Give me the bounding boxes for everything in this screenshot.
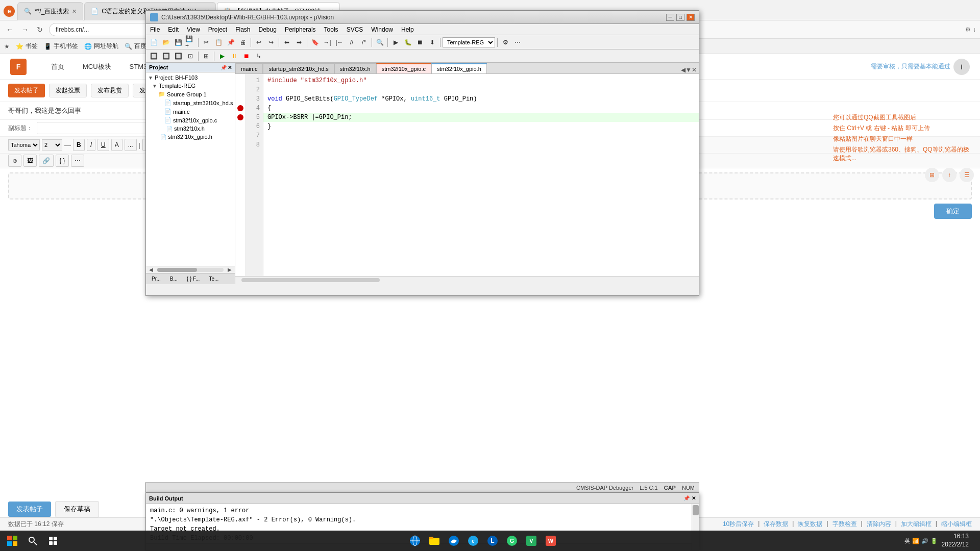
taskbar-app-ie[interactable]: e (465, 533, 481, 549)
bm-item-0[interactable]: ⭐ 书签 (16, 42, 38, 51)
ide-minimize-btn[interactable]: ─ (666, 14, 674, 21)
forward-btn[interactable]: → (19, 24, 31, 35)
tb-bookmarks[interactable]: 🔖 (309, 37, 321, 48)
taskbar-app-v2[interactable]: W (543, 533, 559, 549)
color-btn[interactable]: A (111, 139, 122, 151)
img-btn[interactable]: 🖼 (23, 155, 37, 167)
proj-tab-0[interactable]: Pr... (148, 274, 164, 283)
panel-btn-2[interactable]: ↑ (942, 168, 957, 182)
underline-btn[interactable]: U (97, 139, 109, 151)
tb-cut[interactable]: ✂ (201, 37, 212, 48)
tb2-4[interactable]: ⊡ (185, 51, 196, 62)
tb-save[interactable]: 💾 (173, 37, 184, 48)
menu-peripherals[interactable]: Peripherals (281, 24, 320, 35)
clear-link[interactable]: 清除内容 (867, 520, 891, 529)
link-btn[interactable]: 🔗 (39, 155, 54, 167)
tab-close-all[interactable]: ✕ (692, 66, 697, 73)
tb-print[interactable]: 🖨 (237, 37, 249, 48)
bm-item-1[interactable]: 📱 手机书签 (44, 42, 78, 51)
menu-window[interactable]: Window (367, 24, 397, 35)
more-btn[interactable]: ... (125, 139, 137, 151)
enlarge-link[interactable]: 加大编辑框 (901, 520, 932, 529)
panel-btn-3[interactable]: ☰ (960, 168, 974, 182)
start-button[interactable] (4, 533, 20, 549)
vote-btn[interactable]: 发起投票 (49, 84, 87, 97)
tb-download[interactable]: ⬇ (427, 37, 438, 48)
tb-nav-fwd[interactable]: ➡ (293, 37, 305, 48)
tb-open[interactable]: 📂 (160, 37, 172, 48)
code-btn[interactable]: { } (56, 155, 68, 167)
confirm-btn[interactable]: 确定 (934, 204, 972, 219)
tab-prev[interactable]: ◀ (681, 66, 685, 73)
tree-item-0[interactable]: ▼ Template-REG (146, 82, 235, 90)
tb-indent[interactable]: →| (322, 37, 333, 48)
refresh-btn[interactable]: ↻ (35, 24, 45, 35)
tb-unindent[interactable]: |← (334, 37, 345, 48)
scroll-left[interactable]: ◀ (146, 267, 156, 272)
editor-tab-main[interactable]: main.c (235, 63, 263, 73)
tb2-stop2[interactable]: ⏹ (241, 51, 252, 62)
tree-item-4[interactable]: 📄 stm32f10x_gpio.c (146, 116, 235, 124)
tb-copy[interactable]: 📋 (213, 37, 224, 48)
more2-btn[interactable]: ⋯ (71, 155, 84, 167)
tree-item-5[interactable]: 📄 stm32f10x.h (146, 124, 235, 133)
download-icon[interactable]: ↓ (973, 26, 976, 33)
tb-debug[interactable]: 🐛 (402, 37, 413, 48)
tb-redo[interactable]: ↪ (265, 37, 277, 48)
code-content[interactable]: #include "stm32f10x_gpio.h" void GPIO_Se… (263, 74, 699, 276)
bm-item-2[interactable]: 🌐 网址导航 (84, 42, 118, 51)
reward-btn[interactable]: 发布悬赏 (91, 84, 129, 97)
tb2-5[interactable]: ⊞ (201, 51, 212, 62)
ide-close-btn[interactable]: ✕ (687, 14, 695, 21)
proj-tab-2[interactable]: { } F... (183, 274, 204, 283)
autosave-link[interactable]: 10秒后保存 (723, 520, 754, 529)
editor-tab-stm32h[interactable]: stm32f10x.h (334, 63, 376, 73)
tb2-3[interactable]: 🔲 (173, 51, 184, 62)
taskbar-app-green[interactable]: G (504, 533, 520, 549)
menu-file[interactable]: File (146, 24, 164, 35)
tree-item-3[interactable]: 📄 main.c (146, 107, 235, 116)
project-close-icon[interactable]: ✕ (228, 65, 232, 70)
taskbar-app-browser[interactable] (407, 533, 423, 549)
editor-tab-startup[interactable]: startup_stm32f10x_hd.s (263, 63, 334, 73)
emoji-btn[interactable]: ☺ (8, 155, 21, 167)
save-link[interactable]: 保存数据 (764, 520, 788, 529)
settings-icon[interactable]: ⚙ (965, 26, 971, 33)
tb-stop[interactable]: ⏹ (414, 37, 426, 48)
tb-nav-back[interactable]: ⬅ (281, 37, 292, 48)
tab-next[interactable]: ▼ (685, 66, 692, 73)
tb-undo[interactable]: ↩ (253, 37, 264, 48)
project-hscroll[interactable]: ◀ ▶ (146, 266, 235, 273)
menu-flash[interactable]: Flash (231, 24, 254, 35)
tb-search[interactable]: 🔍 (374, 37, 385, 48)
tb-new[interactable]: 📄 (148, 37, 159, 48)
editor-tab-gpio-h[interactable]: stm32f10x_gpio.h (431, 63, 487, 73)
panel-btn-1[interactable]: ⊞ (925, 168, 939, 182)
proj-tab-1[interactable]: B... (166, 274, 181, 283)
tb2-1[interactable]: 🔲 (148, 51, 159, 62)
show-desktop-btn[interactable] (973, 533, 976, 549)
shrink-link[interactable]: 缩小编辑框 (941, 520, 972, 529)
editor-hscroll[interactable] (235, 276, 699, 284)
site-nav-home[interactable]: 首页 (47, 60, 68, 73)
tb2-step[interactable]: ↳ (253, 51, 264, 62)
tb2-2[interactable]: 🔲 (160, 51, 172, 62)
tb-paste[interactable]: 📌 (225, 37, 236, 48)
project-pin[interactable]: 📌 (220, 65, 227, 70)
taskbar-search[interactable] (24, 533, 41, 549)
tb2-run[interactable]: ▶ (216, 51, 228, 62)
bm-item-3[interactable]: 🔍 百度 (125, 42, 146, 51)
menu-svcs[interactable]: SVCS (342, 24, 368, 35)
menu-view[interactable]: View (183, 24, 204, 35)
build-pin[interactable]: 📌 (683, 495, 690, 501)
tab-0-close[interactable]: ✕ (72, 8, 77, 15)
size-select[interactable]: 2 (42, 139, 62, 151)
tb-uncomment[interactable]: /* (358, 37, 370, 48)
menu-help[interactable]: Help (397, 24, 418, 35)
submit-btn[interactable]: 发表帖子 (8, 502, 51, 517)
tb-more[interactable]: ⋯ (512, 37, 523, 48)
menu-edit[interactable]: Edit (164, 24, 183, 35)
tree-item-1[interactable]: 📁 Source Group 1 (146, 90, 235, 98)
taskbar-app-edge[interactable] (446, 533, 462, 549)
site-nav-mcu[interactable]: MCU板块 (79, 60, 115, 73)
